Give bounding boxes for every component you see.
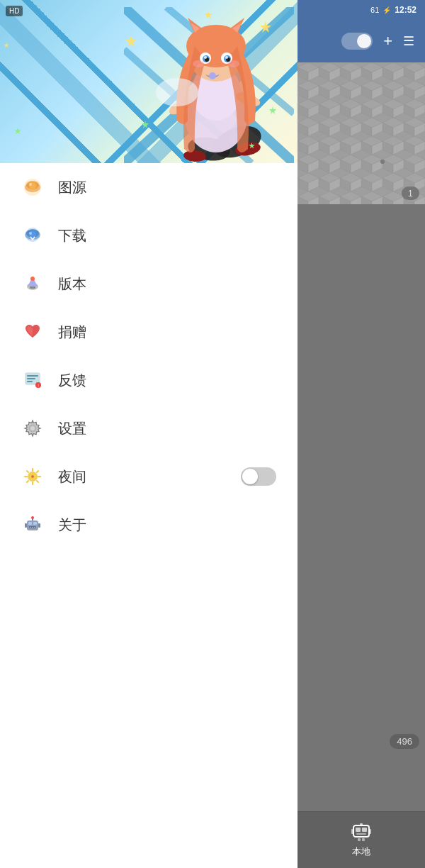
donate-label: 捐赠 (58, 323, 276, 342)
menu-item-night[interactable]: 夜间 (0, 452, 298, 501)
nav-local[interactable]: 本地 (351, 823, 372, 858)
menu-item-source[interactable]: 图源 (0, 163, 298, 211)
svg-point-30 (225, 56, 228, 59)
download-icon (21, 224, 44, 247)
time-display: 12:52 (395, 5, 416, 15)
svg-rect-77 (25, 523, 27, 528)
svg-line-63 (27, 471, 28, 472)
svg-rect-87 (356, 833, 366, 835)
svg-point-76 (31, 516, 34, 519)
svg-rect-68 (27, 521, 38, 530)
download-label: 下载 (58, 226, 276, 245)
svg-rect-88 (360, 823, 363, 825)
right-topbar: + ☰ (298, 20, 425, 62)
svg-rect-50 (27, 375, 38, 377)
night-label: 夜间 (58, 467, 241, 486)
menu-item-settings[interactable]: 设置 (0, 404, 298, 452)
svg-rect-74 (34, 527, 35, 528)
hero-image: HD (0, 0, 298, 163)
hd-badge: HD (6, 6, 23, 16)
menu-item-version[interactable]: 版本 (0, 260, 298, 308)
sparkle-green (14, 128, 21, 135)
svg-rect-78 (38, 523, 40, 528)
content-area (298, 204, 425, 601)
svg-line-64 (37, 481, 38, 482)
svg-point-39 (29, 183, 32, 186)
svg-point-67 (31, 475, 34, 478)
menu-item-about[interactable]: 关于 (0, 501, 298, 549)
svg-marker-7 (269, 106, 276, 114)
source-icon (21, 176, 44, 199)
anime-character (124, 7, 294, 163)
svg-point-33 (209, 72, 216, 79)
svg-point-31 (193, 60, 204, 67)
svg-rect-47 (31, 282, 34, 286)
donate-icon (21, 321, 44, 343)
right-panel: 61 ⚡ 12:52 + ☰ (298, 0, 425, 868)
svg-rect-82 (298, 62, 425, 204)
grid-pattern (298, 62, 425, 204)
badge-count-1: 1 (402, 187, 419, 200)
svg-point-32 (228, 60, 239, 67)
svg-marker-6 (142, 121, 149, 128)
svg-point-34 (156, 78, 198, 106)
svg-rect-92 (362, 838, 365, 841)
menu-item-download[interactable]: 下载 (0, 211, 298, 260)
svg-point-44 (29, 232, 32, 235)
svg-rect-70 (33, 522, 37, 525)
svg-rect-91 (358, 838, 361, 841)
svg-marker-4 (125, 35, 137, 47)
grid-pattern-area: 1 496 (298, 62, 425, 811)
battery-level: 61 (370, 6, 379, 14)
svg-rect-72 (30, 527, 31, 528)
bottom-nav[interactable]: 本地 (298, 811, 425, 868)
svg-point-29 (204, 56, 207, 59)
svg-point-83 (380, 160, 385, 164)
add-icon[interactable]: + (383, 32, 392, 50)
feedback-icon: ! (21, 369, 44, 391)
local-icon (351, 823, 372, 842)
menu-icon-right[interactable]: ☰ (403, 33, 414, 49)
night-toggle[interactable] (241, 467, 276, 486)
svg-rect-89 (351, 829, 353, 834)
svg-line-66 (27, 481, 28, 482)
cube-grid-svg (298, 62, 425, 204)
about-label: 关于 (58, 516, 276, 535)
menu-list: 图源 下载 (0, 163, 298, 868)
feedback-label: 反馈 (58, 371, 276, 390)
svg-rect-52 (27, 381, 33, 382)
night-icon (21, 465, 44, 488)
svg-rect-48 (30, 286, 35, 289)
svg-point-56 (30, 426, 35, 430)
svg-point-46 (30, 277, 35, 281)
svg-rect-51 (27, 378, 35, 379)
lightning-icon: ⚡ (382, 6, 391, 14)
settings-icon (21, 417, 44, 440)
svg-rect-85 (356, 828, 361, 832)
svg-rect-86 (362, 828, 367, 832)
menu-item-feedback[interactable]: ! 反馈 (0, 356, 298, 404)
badge-count-496: 496 (390, 734, 419, 749)
top-toggle[interactable] (341, 33, 373, 50)
about-icon (21, 513, 44, 536)
source-label: 图源 (58, 178, 276, 197)
svg-rect-69 (28, 522, 32, 525)
version-icon (21, 272, 44, 295)
menu-item-donate[interactable]: 捐赠 (0, 308, 298, 356)
status-bar: 61 ⚡ 12:52 (298, 0, 425, 20)
sparkle-yellow-2 (4, 43, 9, 48)
settings-label: 设置 (58, 419, 276, 438)
nav-local-label: 本地 (352, 845, 370, 858)
svg-line-65 (37, 471, 38, 472)
version-label: 版本 (58, 274, 276, 294)
drawer-panel: HD (0, 0, 298, 868)
svg-rect-90 (369, 829, 371, 834)
svg-rect-73 (32, 527, 33, 528)
